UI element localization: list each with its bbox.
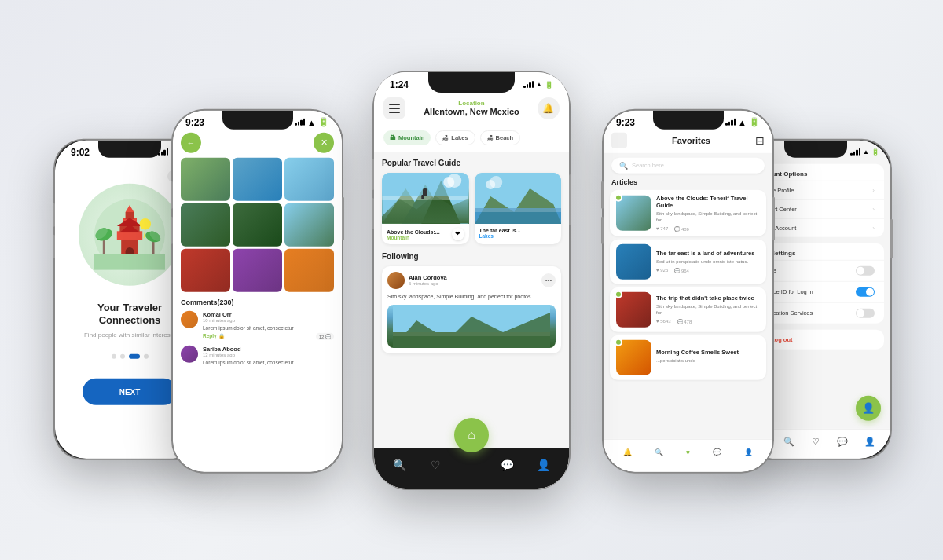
- travel-cards: Above the Clouds:... Mountain ❤: [382, 173, 561, 244]
- toggle-thumb-3: [857, 309, 864, 317]
- dark-mode-toggle[interactable]: [856, 265, 875, 275]
- svg-rect-28: [421, 195, 424, 199]
- lakes-card-image: [475, 173, 562, 224]
- dot-4: [144, 354, 149, 359]
- svg-rect-18: [94, 254, 165, 270]
- gallery-cell-3[interactable]: [284, 157, 334, 200]
- action-button[interactable]: ✕: [314, 132, 334, 152]
- chevron-right-icon-2: ›: [872, 205, 875, 212]
- chevron-right-icon-3: ›: [872, 224, 875, 231]
- fr-nav-profile[interactable]: 👤: [864, 436, 875, 446]
- back-button[interactable]: ←: [181, 132, 201, 152]
- toggle-thumb-2: [866, 287, 874, 295]
- gallery-cell-6[interactable]: [284, 203, 334, 246]
- gallery-cell-4[interactable]: [181, 203, 230, 246]
- travel-card-lakes[interactable]: The far east is... Lakes: [475, 173, 562, 244]
- search-bar[interactable]: 🔍 Search here...: [611, 157, 765, 173]
- following-header: Alan Cordova 5 minutes ago •••: [387, 272, 556, 289]
- comments-section: Comments(230) Komal Orr 10 minutes ago L…: [173, 291, 342, 377]
- menu-button[interactable]: [383, 97, 405, 119]
- comment-avatar-2: [181, 345, 198, 362]
- lakes-icon: 🏖: [442, 134, 449, 141]
- notifications-button[interactable]: 🔔: [538, 97, 560, 119]
- temple-illustration: [79, 183, 181, 285]
- rc-nav-heart[interactable]: ♥: [686, 448, 690, 456]
- comment-avatar-1: [181, 310, 198, 328]
- following-post-text: Sith sky landspace, Simple Building, and…: [387, 293, 556, 301]
- mountain-heart-button[interactable]: ❤: [452, 228, 464, 240]
- fav-dot-1: [615, 193, 622, 201]
- location-toggle[interactable]: [856, 308, 875, 317]
- next-button[interactable]: NEXT: [83, 379, 177, 405]
- phone-left-center: 9:23 ▲ 🔋 ←: [173, 110, 342, 471]
- mountain-card-image: [382, 173, 469, 224]
- fav-image-3: [616, 291, 651, 327]
- nav-chat[interactable]: 💬: [494, 451, 522, 479]
- beach-icon: 🏖: [487, 134, 494, 141]
- far-left-subtitle: Find people with similar interests: [84, 331, 175, 339]
- fr-fab-button[interactable]: 👤: [856, 395, 881, 420]
- fav-comments-3: 💬 478: [677, 319, 692, 324]
- rc-nav-search[interactable]: 🔍: [655, 448, 663, 456]
- mountain-label: Mountain: [398, 134, 424, 141]
- fav-desc-2: Sed ut in perspiciatis unde omnis iste n…: [656, 259, 760, 265]
- rc-menu-icon[interactable]: [611, 132, 627, 148]
- reply-button-1[interactable]: Reply 🔒: [203, 333, 225, 339]
- comment-name-1: Komal Orr: [203, 310, 334, 317]
- pagination-dots: [112, 354, 149, 359]
- travel-card-mountain[interactable]: Above the Clouds:... Mountain ❤: [382, 173, 469, 244]
- fav-img-wrap-2: [616, 243, 651, 279]
- gallery-cell-5[interactable]: [233, 203, 282, 246]
- location-label: Location: [424, 100, 519, 107]
- mountain-icon: 🏔: [390, 134, 396, 141]
- rc-navbar: 🔔 🔍 ♥ 💬 👤: [604, 438, 772, 471]
- lakes-label: Lakes: [451, 134, 468, 141]
- face-id-toggle[interactable]: [856, 287, 875, 296]
- search-placeholder: Search here...: [632, 162, 669, 169]
- status-time-lc: 9:23: [185, 116, 204, 127]
- filter-icon[interactable]: ⊟: [755, 134, 765, 146]
- comment-name-2: Sariba Abood: [203, 345, 334, 352]
- gallery-cell-7[interactable]: [181, 248, 230, 291]
- gallery-cell-8[interactable]: [233, 248, 282, 291]
- fav-image-2: [616, 243, 651, 279]
- post-options-button[interactable]: •••: [541, 273, 556, 287]
- fr-nav-chat[interactable]: 💬: [837, 436, 848, 446]
- like-count-1: 12 💬: [316, 332, 334, 339]
- dot-1: [112, 354, 116, 359]
- rc-nav-profile[interactable]: 👤: [744, 448, 753, 456]
- fav-item-1[interactable]: Above the Clouds: Tenerif Travel Guide S…: [610, 189, 766, 236]
- nav-profile[interactable]: 👤: [529, 451, 557, 479]
- tab-beach[interactable]: 🏖 Beach: [480, 130, 521, 145]
- tab-lakes[interactable]: 🏖 Lakes: [435, 130, 475, 145]
- rc-nav-bell[interactable]: 🔔: [623, 448, 632, 456]
- location-name: Allentown, New Mexico: [424, 107, 519, 116]
- tab-mountain[interactable]: 🏔 Mountain: [383, 130, 431, 145]
- home-fab-button[interactable]: ⌂: [454, 418, 489, 452]
- dot-2: [120, 354, 125, 359]
- beach-label: Beach: [496, 134, 514, 141]
- fav-content-3: The trip that didn't take place twice Si…: [656, 295, 760, 324]
- favorites-title: Favorites: [672, 135, 710, 145]
- fav-img-wrap-4: [616, 339, 651, 375]
- following-image-svg: [387, 305, 556, 348]
- phones-showcase: 9:02 ▲ 🔋 SKP: [39, 13, 904, 547]
- mountain-card-title: Above the Clouds:...: [387, 229, 440, 235]
- gallery-cell-1[interactable]: [181, 157, 230, 200]
- nav-heart[interactable]: ♡: [421, 451, 449, 479]
- gallery-grid: [173, 157, 342, 291]
- fav-item-4[interactable]: Morning Coffee Smells Sweet ...perspicia…: [610, 335, 766, 379]
- svg-point-16: [140, 218, 151, 229]
- fr-fab: 👤: [856, 395, 881, 420]
- fav-stats-3: ♥ 5643 💬 478: [656, 319, 760, 324]
- fav-item-2[interactable]: The far east is a land of adventures Sed…: [610, 239, 766, 284]
- gallery-cell-9[interactable]: [284, 248, 334, 291]
- fr-nav-search[interactable]: 🔍: [783, 436, 794, 446]
- fr-nav-heart[interactable]: ♡: [812, 436, 820, 446]
- svg-rect-38: [393, 332, 550, 336]
- fav-item-3[interactable]: The trip that didn't take place twice Si…: [610, 287, 766, 331]
- gallery-cell-2[interactable]: [233, 157, 282, 200]
- dot-3: [129, 354, 140, 359]
- rc-nav-chat[interactable]: 💬: [713, 448, 721, 456]
- nav-search[interactable]: 🔍: [386, 451, 414, 479]
